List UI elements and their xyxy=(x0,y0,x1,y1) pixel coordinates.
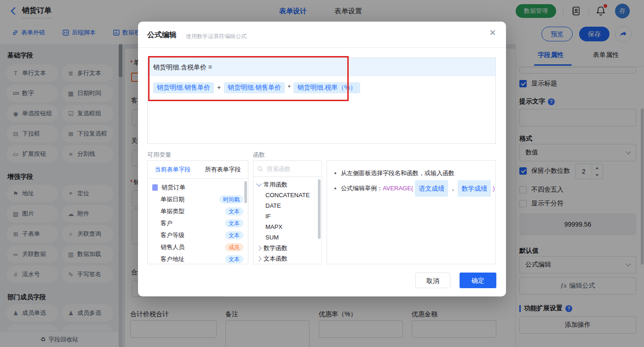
help-line-1: 从左侧面板选择字段名和函数，或输入函数 xyxy=(334,166,489,180)
function-item[interactable]: DATE xyxy=(253,200,322,211)
function-item[interactable]: IF xyxy=(253,211,322,222)
bullet-icon xyxy=(334,172,336,174)
tab-current-form-fields[interactable]: 当前表单字段 xyxy=(148,165,198,174)
app-window: 销货订单 表单设计 表单设置 数据管理 存 表 xyxy=(0,0,644,347)
function-group-text[interactable]: 文本函数 xyxy=(253,253,322,264)
field-type-badge: 时间戳 xyxy=(219,195,243,204)
variables-pane-label: 可用变量 xyxy=(147,151,171,159)
formula-edit-modal: 公式编辑 使用数学运算符编辑公式 × 销货明细.含税单价 = 销货明细.销售单价… xyxy=(138,22,506,296)
function-item[interactable]: MAPX xyxy=(253,222,322,232)
cancel-button[interactable]: 取消 xyxy=(415,273,450,288)
variables-scrollbar-thumb[interactable] xyxy=(244,181,247,203)
chevron-right-icon xyxy=(256,245,261,250)
confirm-button[interactable]: 确定 xyxy=(460,273,496,288)
chevron-down-icon xyxy=(256,181,261,186)
function-group-math[interactable]: 数学函数 xyxy=(253,243,322,253)
variable-row[interactable]: 单据日期时间戳 xyxy=(148,193,248,205)
function-search-input[interactable] xyxy=(266,165,310,173)
chevron-right-icon xyxy=(256,256,261,261)
field-type-badge: 文本 xyxy=(225,231,243,239)
functions-scrollbar-thumb[interactable] xyxy=(318,179,321,239)
variable-row[interactable]: 单据类型文本 xyxy=(148,205,248,217)
close-icon[interactable]: × xyxy=(489,27,496,38)
example-field-chip: 数学成绩 xyxy=(458,180,491,197)
bullet-icon xyxy=(334,188,336,189)
function-name-example: AVERAGE( xyxy=(383,182,413,195)
function-item[interactable]: CONCATENATE xyxy=(253,190,322,200)
variable-row[interactable]: 客户地址文本 xyxy=(148,253,248,265)
formula-operator: + xyxy=(217,84,221,91)
tab-all-form-fields[interactable]: 所有表单字段 xyxy=(198,165,248,174)
divider xyxy=(138,47,506,48)
field-type-badge: 成员 xyxy=(225,243,243,251)
function-group-common[interactable]: 常用函数 xyxy=(253,179,322,190)
search-icon xyxy=(257,166,263,172)
variable-row[interactable]: 客户文本 xyxy=(148,217,248,229)
field-type-badge: 文本 xyxy=(225,255,243,263)
function-search xyxy=(253,161,322,177)
variable-tree-root[interactable]: 销货订单 xyxy=(148,182,248,193)
form-doc-icon xyxy=(152,184,158,191)
example-field-chip: 语文成绩 xyxy=(415,180,448,197)
functions-panel: 常用函数 CONCATENATE DATE IF MAPX SUM 数学函数 文… xyxy=(253,160,322,264)
variable-row[interactable]: 客户等级文本 xyxy=(148,229,248,241)
formula-target-line: 销货明细.含税单价 = xyxy=(148,58,495,76)
formula-field-token[interactable]: 销货明细.税率（%） xyxy=(293,82,360,93)
field-type-badge: 文本 xyxy=(225,219,243,228)
formula-operator: * xyxy=(288,84,290,91)
formula-field-token[interactable]: 销货明细.销售单价 xyxy=(224,82,285,93)
field-type-badge: 文本 xyxy=(225,207,243,216)
modal-subtitle: 使用数学运算符编辑公式 xyxy=(186,33,247,40)
formula-expression-line: 销货明细.销售单价+销货明细.销售单价*销货明细.税率（%） xyxy=(148,76,495,99)
formula-help-panel: 从左侧面板选择字段名和函数，或输入函数 公式编辑举例： AVERAGE( 语文成… xyxy=(327,160,496,264)
modal-title: 公式编辑 xyxy=(147,30,177,40)
variables-panel: 当前表单字段 所有表单字段 销货订单 单据日期时间戳 单据类型文本 客户文本 客… xyxy=(147,160,248,264)
formula-field-token[interactable]: 销货明细.销售单价 xyxy=(153,82,214,93)
help-line-2: 公式编辑举例： AVERAGE( 语文成绩 ， 数学成绩 ) xyxy=(334,180,489,197)
formula-editor[interactable]: 销货明细.含税单价 = 销货明细.销售单价+销货明细.销售单价*销货明细.税率（… xyxy=(147,57,496,144)
function-item[interactable]: SUM xyxy=(253,232,322,243)
variable-row[interactable]: 销售人员成员 xyxy=(148,241,248,253)
functions-pane-label: 函数 xyxy=(253,151,265,159)
